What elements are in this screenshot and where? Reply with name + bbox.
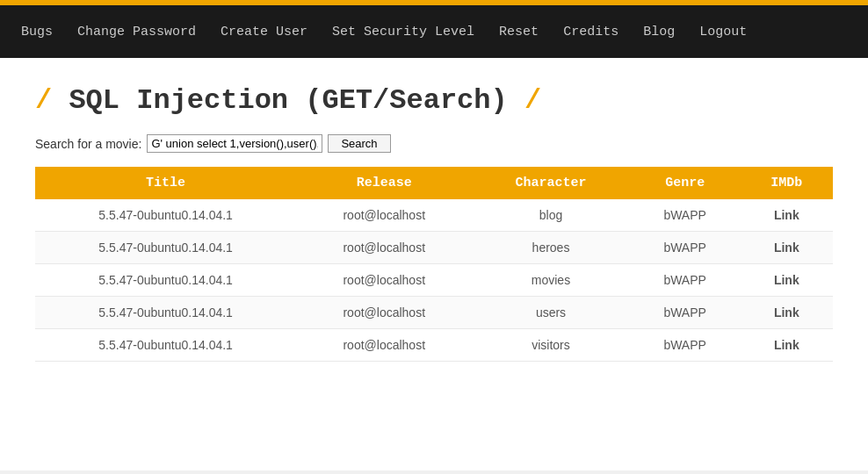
title-slash-right: / [524, 84, 541, 117]
nav-logout[interactable]: Logout [687, 18, 759, 47]
table-body: 5.5.47-0ubuntu0.14.04.1 root@localhost b… [35, 199, 833, 362]
cell-genre: bWAPP [630, 329, 741, 362]
table-row: 5.5.47-0ubuntu0.14.04.1 root@localhost u… [35, 297, 833, 329]
table-header: Title Release Character Genre IMDb [35, 167, 833, 199]
title-slash-left: / [35, 84, 52, 117]
col-title: Title [35, 167, 296, 199]
cell-title: 5.5.47-0ubuntu0.14.04.1 [35, 232, 296, 264]
cell-genre: bWAPP [630, 199, 741, 232]
cell-release: root@localhost [296, 264, 472, 297]
cell-character: visitors [472, 329, 629, 362]
col-release: Release [296, 167, 472, 199]
cell-imdb[interactable]: Link [741, 199, 833, 232]
navigation: Bugs Change Password Create User Set Sec… [0, 5, 868, 58]
cell-release: root@localhost [296, 232, 472, 264]
cell-character: movies [472, 264, 629, 297]
cell-title: 5.5.47-0ubuntu0.14.04.1 [35, 297, 296, 329]
table-row: 5.5.47-0ubuntu0.14.04.1 root@localhost m… [35, 264, 833, 297]
table-row: 5.5.47-0ubuntu0.14.04.1 root@localhost b… [35, 199, 833, 232]
nav-bugs[interactable]: Bugs [9, 18, 65, 47]
cell-title: 5.5.47-0ubuntu0.14.04.1 [35, 264, 296, 297]
footer: 🐱 忽如一夜娇妹来 [0, 470, 868, 474]
search-bar: Search for a movie: Search [35, 134, 833, 153]
col-genre: Genre [630, 167, 741, 199]
search-button[interactable]: Search [328, 134, 390, 153]
cell-title: 5.5.47-0ubuntu0.14.04.1 [35, 329, 296, 362]
cell-imdb[interactable]: Link [741, 264, 833, 297]
cell-release: root@localhost [296, 199, 472, 232]
cell-release: root@localhost [296, 297, 472, 329]
cell-character: users [472, 297, 629, 329]
cell-genre: bWAPP [630, 264, 741, 297]
nav-change-password[interactable]: Change Password [65, 18, 208, 47]
table-row: 5.5.47-0ubuntu0.14.04.1 root@localhost v… [35, 329, 833, 362]
nav-set-security-level[interactable]: Set Security Level [320, 18, 487, 47]
nav-reset[interactable]: Reset [487, 18, 551, 47]
nav-credits[interactable]: Credits [551, 18, 631, 47]
cell-character: heroes [472, 232, 629, 264]
cell-genre: bWAPP [630, 232, 741, 264]
col-character: Character [472, 167, 629, 199]
cell-imdb[interactable]: Link [741, 297, 833, 329]
results-table: Title Release Character Genre IMDb 5.5.4… [35, 167, 833, 362]
cell-genre: bWAPP [630, 297, 741, 329]
page-title: / SQL Injection (GET/Search) / [35, 84, 833, 117]
col-imdb: IMDb [741, 167, 833, 199]
nav-create-user[interactable]: Create User [208, 18, 320, 47]
main-content: / SQL Injection (GET/Search) / Search fo… [0, 58, 868, 470]
search-input[interactable] [147, 134, 322, 153]
cell-title: 5.5.47-0ubuntu0.14.04.1 [35, 199, 296, 232]
cell-character: blog [472, 199, 629, 232]
table-row: 5.5.47-0ubuntu0.14.04.1 root@localhost h… [35, 232, 833, 264]
cell-imdb[interactable]: Link [741, 232, 833, 264]
nav-blog[interactable]: Blog [631, 18, 687, 47]
cell-release: root@localhost [296, 329, 472, 362]
search-label: Search for a movie: [35, 137, 141, 151]
title-text: SQL Injection (GET/Search) [69, 84, 507, 117]
cell-imdb[interactable]: Link [741, 329, 833, 362]
